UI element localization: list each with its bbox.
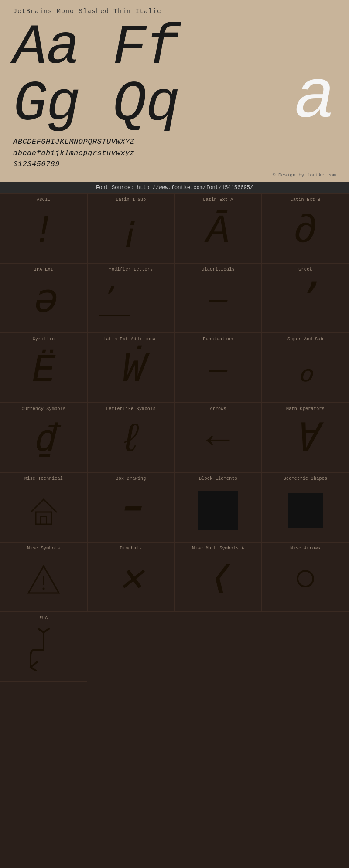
char-cell-math-operators: Math Operators ∀ <box>262 403 349 472</box>
char-cell-ascii: ASCII ! <box>0 193 87 263</box>
char-label-ipa-ext: IPA Ext <box>34 267 53 272</box>
char-cell-dingbats: Dingbats ✕ <box>87 542 174 612</box>
char-symbol-punctuation: — <box>209 346 227 396</box>
font-source-text: Font Source: http://www.fontke.com/font/… <box>96 185 253 191</box>
char-label-arrows: Arrows <box>210 407 226 411</box>
alphabet-lower: abcdefghijklmnopqrstuvwxyz <box>13 148 336 159</box>
char-symbol-math-operators: ∀ <box>294 416 317 466</box>
char-cell-arrows: Arrows ← <box>174 403 262 472</box>
char-symbol-latin-ext-additional: Ẇ <box>119 346 143 396</box>
svg-point-4 <box>43 588 45 590</box>
char-symbol-misc-arrows: ○ <box>294 555 317 605</box>
char-cell-misc-technical: Misc Technical <box>0 472 87 542</box>
char-cell-block-elements: Block Elements <box>174 472 262 542</box>
char-label-misc-math-a: Misc Math Symbols A <box>192 546 244 551</box>
big-letters-left: Aa Ff Gg Qq <box>13 20 179 133</box>
big-letters-display: Aa Ff Gg Qq a <box>13 20 336 133</box>
alphabet-display: ABCDEFGHIJKLMNOPQRSTUVWXYZ abcdefghijklm… <box>13 136 336 170</box>
char-symbol-greek: ʼ <box>294 276 317 326</box>
char-cell-ipa-ext: IPA Ext ə <box>0 263 87 333</box>
char-label-latin-ext-additional: Latin Ext Additional <box>103 337 158 342</box>
geometric-filled-square <box>288 493 323 528</box>
char-symbol-ascii: ! <box>32 207 55 257</box>
char-label-block-elements: Block Elements <box>199 476 237 481</box>
char-label-misc-symbols: Misc Symbols <box>27 546 60 551</box>
design-credit: © Design by fontke.com <box>13 173 336 178</box>
char-cell-latin-ext-additional: Latin Ext Additional Ẇ <box>87 333 174 403</box>
warning-triangle-icon <box>26 563 61 597</box>
char-symbol-latin1sup: ¡ <box>119 207 143 257</box>
char-symbol-ipa-ext: ə <box>32 276 55 326</box>
big-letter-a: a <box>294 63 336 133</box>
char-cell-geometric-shapes: Geometric Shapes <box>262 472 349 542</box>
char-label-punctuation: Punctuation <box>203 337 233 342</box>
char-symbol-misc-math-a: ❬ <box>206 555 230 605</box>
char-symbol-box-drawing: ━ <box>123 485 139 536</box>
char-label-greek: Greek <box>298 267 312 272</box>
char-symbol-super-sub: ₒ <box>294 346 317 396</box>
char-symbol-misc-technical <box>26 485 61 536</box>
alphabet-upper: ABCDEFGHIJKLMNOPQRSTUVWXYZ <box>13 136 336 148</box>
char-cell-currency: Currency Symbols ₫ <box>0 403 87 472</box>
char-cell-diacriticals: Diacriticals — <box>174 263 262 333</box>
char-label-latin-ext-a: Latin Ext A <box>203 197 233 202</box>
character-grid: ASCII ! Latin 1 Sup ¡ Latin Ext A Ā Lati… <box>0 193 349 682</box>
char-label-dingbats: Dingbats <box>120 546 142 551</box>
char-symbol-geometric-shapes <box>288 485 323 536</box>
char-cell-misc-math-a: Misc Math Symbols A ❬ <box>174 542 262 612</box>
char-cell-latin1sup: Latin 1 Sup ¡ <box>87 193 174 263</box>
char-cell-letterlike: Letterlike Symbols ℓ <box>87 403 174 472</box>
big-letters-line2: Gg Qq <box>13 76 179 133</box>
char-symbol-modifier-letters: ʼ <box>90 276 171 326</box>
char-label-math-operators: Math Operators <box>286 407 325 411</box>
char-label-modifier-letters: Modifier Letters <box>109 267 153 272</box>
char-symbol-latin-ext-b: ∂ <box>294 207 317 257</box>
char-label-ascii: ASCII <box>37 197 51 202</box>
char-cell-box-drawing: Box Drawing ━ <box>87 472 174 542</box>
char-symbol-latin-ext-a: Ā <box>206 207 230 257</box>
char-symbol-letterlike: ℓ <box>119 416 143 466</box>
block-filled-square <box>198 491 238 530</box>
char-symbol-misc-symbols <box>26 555 61 605</box>
char-cell-latin-ext-a: Latin Ext A Ā <box>174 193 262 263</box>
pua-arrow-icon <box>26 628 61 671</box>
char-cell-pua: PUA <box>0 612 87 682</box>
char-cell-cyrillic: Cyrillic Ë <box>0 333 87 403</box>
char-label-diacriticals: Diacriticals <box>202 267 235 272</box>
char-symbol-arrows: ← <box>206 416 230 466</box>
char-symbol-dingbats: ✕ <box>119 555 143 605</box>
char-label-cyrillic: Cyrillic <box>33 337 55 342</box>
char-symbol-pua <box>26 625 61 675</box>
font-title: JetBrains Mono Slashed Thin Italic <box>13 8 336 15</box>
char-symbol-cyrillic: Ë <box>32 346 55 396</box>
char-cell-misc-arrows: Misc Arrows ○ <box>262 542 349 612</box>
svg-rect-1 <box>41 517 47 524</box>
char-label-geometric-shapes: Geometric Shapes <box>284 476 328 481</box>
char-label-currency: Currency Symbols <box>22 407 66 411</box>
char-label-latin1sup: Latin 1 Sup <box>116 197 146 202</box>
char-symbol-diacriticals: — <box>209 276 227 326</box>
char-cell-greek: Greek ʼ <box>262 263 349 333</box>
char-label-super-sub: Super And Sub <box>287 337 323 342</box>
char-cell-latin-ext-b: Latin Ext B ∂ <box>262 193 349 263</box>
char-symbol-block-elements <box>198 485 238 536</box>
char-cell-modifier-letters: Modifier Letters ʼ <box>87 263 174 333</box>
char-cell-punctuation: Punctuation — <box>174 333 262 403</box>
char-label-box-drawing: Box Drawing <box>116 476 146 481</box>
header-section: JetBrains Mono Slashed Thin Italic Aa Ff… <box>0 0 349 182</box>
font-source-bar: Font Source: http://www.fontke.com/font/… <box>0 182 349 193</box>
svg-rect-0 <box>36 512 51 524</box>
house-icon <box>26 493 61 528</box>
char-label-pua: PUA <box>40 616 48 620</box>
char-cell-super-sub: Super And Sub ₒ <box>262 333 349 403</box>
char-label-misc-arrows: Misc Arrows <box>290 546 320 551</box>
char-symbol-currency: ₫ <box>32 416 55 466</box>
char-label-misc-technical: Misc Technical <box>24 476 63 481</box>
char-cell-misc-symbols: Misc Symbols <box>0 542 87 612</box>
digits: 0123456789 <box>13 159 336 170</box>
char-label-letterlike: Letterlike Symbols <box>106 407 155 411</box>
char-label-latin-ext-b: Latin Ext B <box>290 197 320 202</box>
big-letters-line1: Aa Ff <box>13 20 179 76</box>
